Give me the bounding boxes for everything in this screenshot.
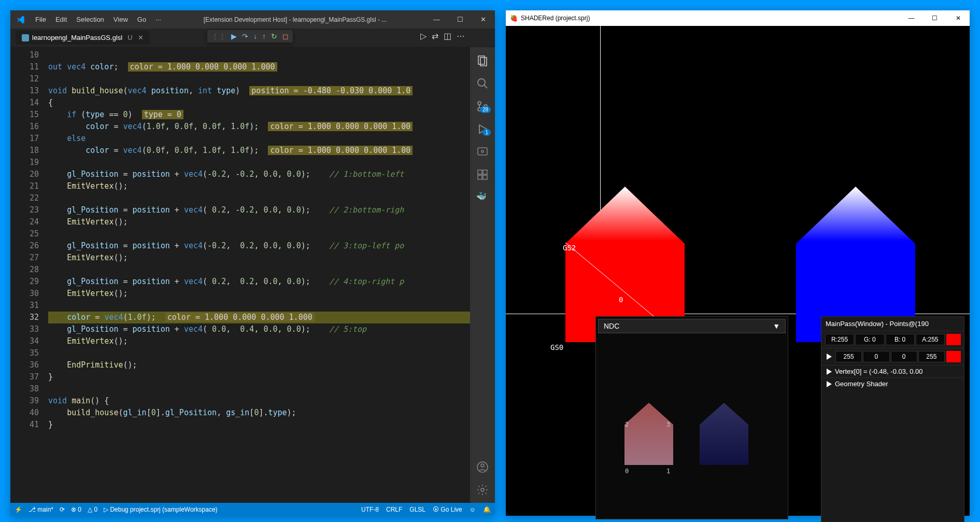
search-icon[interactable]	[476, 77, 489, 90]
menu-file[interactable]: File	[31, 13, 50, 26]
ndc-dropdown-label: NDC	[604, 322, 619, 330]
svg-rect-12	[483, 170, 487, 174]
svg-marker-22	[700, 403, 748, 465]
gs0-label: GS0	[550, 343, 563, 351]
menu-selection[interactable]: Selection	[72, 13, 108, 26]
errors-status[interactable]: ⊗ 0	[71, 506, 81, 513]
minimize-button[interactable]: —	[425, 10, 448, 29]
line-gutter[interactable]: 1011121314151617181920212223242526272829…	[10, 47, 48, 503]
debug-icon[interactable]: 1	[476, 123, 489, 135]
continue-icon[interactable]: ▶	[231, 32, 237, 40]
shadered-viewport[interactable]: GS2 0 GS0 NDC ▼ 2 3 0 1	[506, 26, 970, 516]
sh-minimize-button[interactable]: —	[900, 10, 923, 26]
split-editor-icon[interactable]: ◫	[444, 31, 451, 41]
r-label: R:255	[825, 334, 854, 345]
ndc-panel[interactable]: NDC ▼ 2 3 0 1	[595, 316, 788, 519]
feedback-icon[interactable]: ☺	[470, 506, 476, 513]
maximize-button[interactable]: ☐	[448, 10, 472, 29]
shadered-titlebar[interactable]: 🍓 SHADERed (project.sprj) — ☐ ✕	[506, 10, 970, 26]
ndc-preview: 2 3 0 1	[596, 335, 788, 512]
a-val: 255	[918, 351, 945, 362]
chevron-down-icon: ▼	[773, 322, 780, 330]
stop-icon[interactable]: ◻	[282, 32, 289, 40]
debug-toolbar[interactable]: ⋮⋮ ▶ ↷ ↓ ↑ ↻ ◻	[207, 30, 293, 43]
window-title: [Extension Development Host] - learnopen…	[165, 16, 425, 23]
svg-rect-14	[483, 175, 487, 179]
split-diff-icon[interactable]: ⇄	[432, 31, 438, 41]
tab-close-icon[interactable]: ✕	[138, 34, 144, 41]
pixel-rgba-labels: R:255 G: 0 B: 0 A:255	[821, 331, 964, 348]
source-control-icon[interactable]: 28	[476, 100, 489, 112]
run-icon[interactable]: ▷	[420, 31, 427, 41]
eol-status[interactable]: CRLF	[386, 506, 402, 513]
menu-more[interactable]: ···	[151, 13, 165, 26]
ndc-dropdown[interactable]: NDC ▼	[598, 319, 786, 333]
pixel-header: MainPass(Window) - Points@(190	[821, 317, 964, 331]
notification-icon[interactable]: 🔔	[483, 506, 491, 513]
menu-view[interactable]: View	[109, 13, 132, 26]
file-icon	[22, 34, 29, 41]
step-into-icon[interactable]: ↓	[253, 32, 257, 40]
explorer-icon[interactable]	[476, 54, 489, 67]
drag-handle-icon[interactable]: ⋮⋮	[211, 32, 226, 40]
account-icon[interactable]	[476, 461, 489, 473]
b-label: B: 0	[886, 334, 915, 345]
activity-bar: 28 1 🐳	[470, 47, 495, 503]
g-label: G: 0	[855, 334, 884, 345]
play-icon-gs[interactable]	[827, 381, 832, 387]
svg-rect-9	[478, 148, 487, 155]
encoding-status[interactable]: UTF-8	[361, 506, 379, 513]
status-bar: ⚡ ⎇ main* ⟳ ⊗ 0 △ 0 ▷ Debug project.sprj…	[10, 503, 495, 516]
docker-icon[interactable]: 🐳	[476, 191, 489, 204]
ndc-v0: 0	[625, 468, 629, 475]
svg-point-5	[478, 102, 481, 105]
vscode-window: File Edit Selection View Go ··· [Extensi…	[10, 10, 495, 516]
tab-active[interactable]: learnopengl_MainPassGS.glsl U ✕	[16, 31, 150, 45]
restart-icon[interactable]: ↻	[271, 32, 277, 40]
language-status[interactable]: GLSL	[409, 506, 425, 513]
code-editor[interactable]: out vec4 color; color = 1.000 0.000 0.00…	[48, 47, 470, 503]
step-out-icon[interactable]: ↑	[262, 32, 266, 40]
golive-status[interactable]: ⦿ Go Live	[433, 506, 462, 513]
debug-status[interactable]: ▷ Debug project.sprj (sampleWorkspace)	[104, 506, 218, 513]
sh-close-button[interactable]: ✕	[946, 10, 970, 26]
zero-label: 0	[619, 295, 623, 304]
sh-maximize-button[interactable]: ☐	[923, 10, 946, 26]
more-actions-icon[interactable]: ⋯	[457, 31, 465, 41]
warnings-status[interactable]: △ 0	[88, 506, 97, 513]
vertex-info: Vertex[0] = (-0.48, -0.03, 0.00	[835, 368, 922, 375]
extensions-icon[interactable]	[476, 168, 489, 181]
step-over-icon[interactable]: ↷	[242, 32, 248, 40]
color-swatch	[946, 334, 961, 345]
menu-edit[interactable]: Edit	[51, 13, 71, 26]
a-label: A:255	[916, 334, 945, 345]
r-val: 255	[835, 351, 862, 362]
pixel-panel-empty	[821, 390, 964, 522]
svg-point-16	[481, 464, 484, 467]
sync-status[interactable]: ⟳	[60, 506, 65, 513]
tab-modified-indicator: U	[127, 34, 132, 41]
gs-info: Geometry Shader	[835, 380, 888, 388]
gs-row[interactable]: Geometry Shader	[821, 377, 964, 390]
close-button[interactable]: ✕	[472, 10, 495, 29]
pixel-inspect-panel[interactable]: MainPass(Window) - Points@(190 R:255 G: …	[821, 316, 964, 522]
shadered-title: SHADERed (project.sprj)	[521, 15, 590, 22]
branch-status[interactable]: ⎇ main*	[29, 506, 53, 513]
svg-point-17	[481, 488, 484, 491]
svg-rect-0	[22, 34, 29, 41]
ndc-v2: 2	[625, 421, 629, 428]
menu-go[interactable]: Go	[133, 13, 150, 26]
vscode-menu: File Edit Selection View Go ···	[31, 13, 165, 26]
play-icon-vertex[interactable]	[827, 369, 832, 375]
scm-badge: 28	[480, 106, 491, 113]
play-icon[interactable]	[827, 354, 832, 360]
settings-gear-icon[interactable]	[476, 484, 489, 496]
remote-status[interactable]: ⚡	[15, 506, 22, 513]
remote-icon[interactable]	[476, 146, 489, 158]
vscode-titlebar[interactable]: File Edit Selection View Go ··· [Extensi…	[10, 10, 495, 29]
vertex-row[interactable]: Vertex[0] = (-0.48, -0.03, 0.00	[821, 365, 964, 377]
svg-point-3	[478, 79, 485, 86]
svg-point-10	[481, 150, 484, 152]
ndc-v3: 3	[666, 421, 670, 428]
pixel-rgba-values: 255 0 0 255	[821, 348, 964, 365]
